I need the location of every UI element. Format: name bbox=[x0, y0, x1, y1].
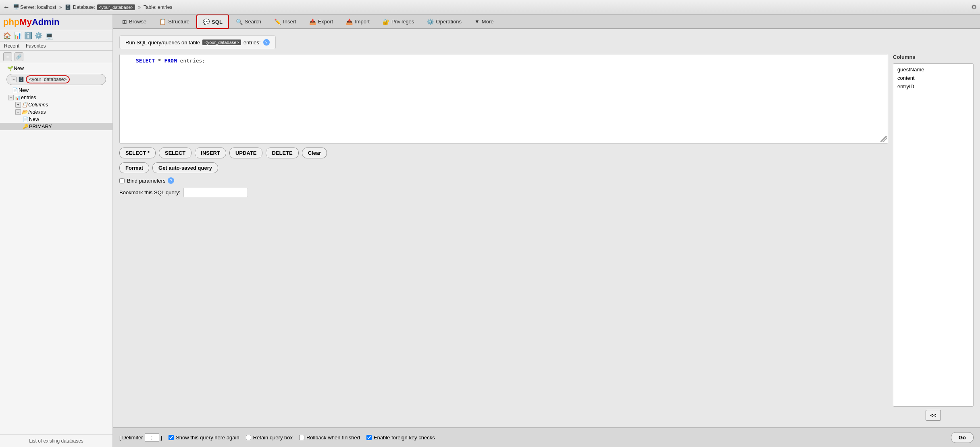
database-node-wrapper: − 🗄️ <your_database> bbox=[3, 74, 109, 85]
back-button[interactable]: ← bbox=[3, 4, 10, 11]
chart-icon[interactable]: 📊 bbox=[14, 32, 22, 40]
sidebar-item-indexes[interactable]: − 📂 Indexes bbox=[0, 108, 112, 116]
columns-expand-btn[interactable]: + bbox=[15, 102, 21, 108]
tab-insert-label: Insert bbox=[283, 19, 296, 25]
tab-export[interactable]: 📤 Export bbox=[303, 15, 339, 28]
tab-sql[interactable]: 💬 SQL bbox=[196, 15, 229, 29]
go-button[interactable]: Go bbox=[951, 432, 974, 443]
server-label: Server: localhost bbox=[20, 4, 56, 10]
tab-structure[interactable]: 📋 Structure bbox=[153, 15, 196, 28]
help-icon[interactable]: ? bbox=[263, 39, 270, 46]
database-name-badge[interactable]: <your_database> bbox=[97, 4, 135, 10]
sidebar-item-new-root[interactable]: 🌱 New bbox=[0, 65, 112, 72]
bottom-bar: [ Delimiter ; ] Show this query here aga… bbox=[113, 427, 980, 447]
main-content: ⊞ Browse 📋 Structure 💬 SQL 🔍 Search ✏️ I… bbox=[113, 15, 980, 447]
entries-expand-btn[interactable]: − bbox=[8, 95, 14, 100]
select-button[interactable]: SELECT bbox=[159, 148, 191, 158]
sql-rest: entries; bbox=[180, 58, 206, 64]
sidebar-item-new-db[interactable]: 📄 New bbox=[0, 87, 112, 94]
settings2-icon[interactable]: ⚙️ bbox=[35, 32, 43, 40]
resize-handle[interactable] bbox=[880, 136, 887, 142]
sql-header-text2: entries: bbox=[243, 40, 261, 46]
retain-query-checkbox[interactable] bbox=[246, 435, 251, 440]
db-node-icon: 🗄️ bbox=[18, 77, 24, 82]
favorites-link[interactable]: Favorites bbox=[26, 43, 46, 49]
home-icon[interactable]: 🏠 bbox=[3, 32, 11, 40]
collapse-all-btn[interactable]: − bbox=[3, 52, 12, 61]
sidebar-bottom: List of existing databases bbox=[0, 435, 112, 447]
primary-icon: 🔑 bbox=[22, 124, 29, 129]
sql-editor-display[interactable]: SELECT * FROM entries; bbox=[120, 54, 888, 143]
info-icon[interactable]: ℹ️ bbox=[24, 32, 32, 40]
privileges-icon: 🔐 bbox=[383, 19, 389, 25]
rollback-checkbox[interactable] bbox=[299, 435, 304, 440]
select-star-button[interactable]: SELECT * bbox=[119, 148, 156, 158]
sidebar-item-entries[interactable]: − 📊 entries bbox=[0, 94, 112, 101]
link-btn[interactable]: 🔗 bbox=[15, 52, 23, 61]
tab-privileges[interactable]: 🔐 Privileges bbox=[377, 15, 420, 28]
tab-privileges-label: Privileges bbox=[391, 19, 414, 25]
tab-more[interactable]: ▼ More bbox=[468, 15, 500, 28]
breadcrumb: Server: localhost » 🗄️ Database: <your_d… bbox=[20, 4, 971, 10]
sidebar-item-primary[interactable]: 🔑 PRIMARY bbox=[0, 123, 112, 130]
new-index-label: New bbox=[29, 116, 39, 122]
database-label: Database: bbox=[73, 4, 95, 10]
auto-saved-button[interactable]: Get auto-saved query bbox=[152, 162, 218, 173]
console-icon[interactable]: 💻 bbox=[45, 32, 53, 40]
tab-sql-label: SQL bbox=[212, 19, 223, 25]
tab-structure-label: Structure bbox=[168, 19, 189, 25]
db-expand-btn[interactable]: − bbox=[11, 77, 17, 82]
export-icon: 📤 bbox=[309, 19, 316, 25]
tab-import[interactable]: 📥 Import bbox=[340, 15, 376, 28]
tab-operations[interactable]: ⚙️ Operations bbox=[421, 15, 468, 28]
format-button[interactable]: Format bbox=[119, 162, 149, 173]
list-existing-dbs: List of existing databases bbox=[3, 438, 109, 444]
insert-button[interactable]: INSERT bbox=[195, 148, 226, 158]
bind-params-checkbox[interactable] bbox=[119, 178, 125, 183]
delete-button[interactable]: DELETE bbox=[266, 148, 298, 158]
tab-browse[interactable]: ⊞ Browse bbox=[116, 15, 152, 28]
sidebar-tree: 🌱 New − 🗄️ <your_database> 📄 New − 📊 bbox=[0, 63, 112, 435]
structure-icon: 📋 bbox=[159, 19, 166, 25]
recent-link[interactable]: Recent bbox=[4, 43, 19, 49]
sidebar-item-new-index[interactable]: 📄 New bbox=[0, 116, 112, 123]
sql-editor-container: 1 SELECT * FROM entries; bbox=[119, 54, 888, 143]
sql-keyword-from: FROM bbox=[164, 58, 177, 64]
database-node-label[interactable]: <your_database> bbox=[26, 75, 70, 83]
foreign-keys-checkbox[interactable] bbox=[366, 435, 372, 440]
new-db-label: New bbox=[19, 87, 29, 93]
sidebar-item-columns[interactable]: + 📋 Columns bbox=[0, 101, 112, 108]
column-item-entryid[interactable]: entryID bbox=[895, 82, 972, 91]
tabs-bar: ⊞ Browse 📋 Structure 💬 SQL 🔍 Search ✏️ I… bbox=[113, 15, 980, 29]
columns-collapse-button[interactable]: << bbox=[926, 410, 940, 421]
logo-admin: Admin bbox=[32, 17, 59, 27]
import-icon: 📥 bbox=[346, 19, 353, 25]
update-button[interactable]: UPDATE bbox=[229, 148, 262, 158]
operations-icon: ⚙️ bbox=[427, 19, 434, 25]
top-bar: ← 🖥️ Server: localhost » 🗄️ Database: <y… bbox=[0, 0, 980, 15]
settings-icon[interactable]: ⚙ bbox=[971, 3, 977, 11]
delimiter-section: [ Delimiter ; ] bbox=[119, 433, 162, 442]
tab-search[interactable]: 🔍 Search bbox=[230, 15, 267, 28]
clear-button[interactable]: Clear bbox=[302, 148, 327, 158]
logo-my: My bbox=[19, 17, 32, 27]
sidebar-icons: 🏠 📊 ℹ️ ⚙️ 💻 bbox=[0, 30, 112, 42]
tab-search-label: Search bbox=[245, 19, 261, 25]
tab-more-label: More bbox=[482, 19, 494, 25]
sidebar: phpMyAdmin 🏠 📊 ℹ️ ⚙️ 💻 Recent Favorites … bbox=[0, 15, 113, 447]
column-item-guestname[interactable]: guestName bbox=[895, 65, 972, 74]
delimiter-input[interactable]: ; bbox=[145, 433, 159, 442]
bind-params-help-icon[interactable]: ? bbox=[168, 177, 174, 184]
column-item-content[interactable]: content bbox=[895, 74, 972, 82]
rollback-checkbox-item: Rollback when finished bbox=[299, 435, 360, 441]
database-node[interactable]: − 🗄️ <your_database> bbox=[6, 74, 106, 85]
server-icon: 🖥️ bbox=[13, 4, 19, 10]
new-root-label: New bbox=[14, 66, 24, 71]
tab-insert[interactable]: ✏️ Insert bbox=[268, 15, 302, 28]
sql-editor-section: 1 SELECT * FROM entries; SELECT * bbox=[119, 54, 888, 421]
foreign-keys-checkbox-item: Enable foreign key checks bbox=[366, 435, 435, 441]
show-query-checkbox[interactable] bbox=[169, 435, 174, 440]
format-buttons: Format Get auto-saved query bbox=[119, 162, 888, 173]
bookmark-input[interactable] bbox=[183, 188, 248, 197]
indexes-expand-btn[interactable]: − bbox=[15, 109, 21, 115]
